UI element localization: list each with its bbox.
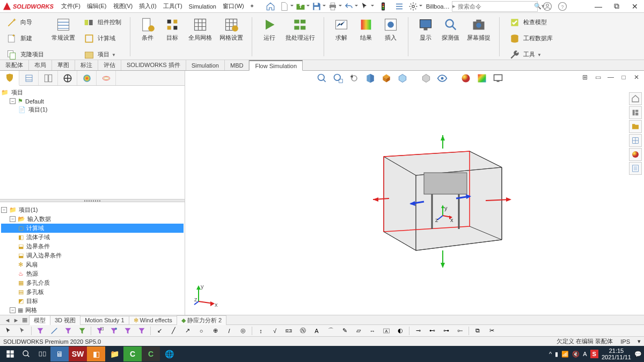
tree-default[interactable]: −⚑Default bbox=[1, 97, 184, 105]
circle-icon[interactable]: ○ bbox=[195, 326, 208, 336]
list-icon[interactable] bbox=[392, 1, 407, 12]
conn-b-icon[interactable]: ⊷ bbox=[426, 326, 438, 336]
panel-splitter[interactable] bbox=[0, 199, 185, 202]
model-tab-motion[interactable]: Motion Study 1 bbox=[80, 316, 129, 324]
new-project-button[interactable]: 新建 bbox=[3, 31, 46, 46]
taskbar-explorer[interactable]: 📁 bbox=[105, 346, 123, 361]
results-button[interactable]: 结果 bbox=[355, 15, 377, 58]
tray-volume-icon[interactable]: 🔇 bbox=[572, 351, 580, 358]
collapse-icon[interactable]: − bbox=[10, 216, 16, 222]
tray-wifi-icon[interactable]: 📶 bbox=[561, 351, 569, 358]
collapse-icon[interactable]: − bbox=[1, 207, 7, 213]
tree-project1-top[interactable]: 📄项目(1) bbox=[1, 105, 184, 114]
zoom-fit-icon[interactable] bbox=[316, 72, 328, 85]
orientation-triad[interactable]: yxz bbox=[193, 280, 220, 307]
tab-evaluate[interactable]: 评估 bbox=[98, 60, 121, 70]
tray-notifications-icon[interactable]: 💬 bbox=[634, 351, 642, 358]
gear-icon[interactable] bbox=[408, 1, 423, 12]
filter-b-icon[interactable] bbox=[135, 326, 148, 336]
probe-button[interactable]: 探测值 bbox=[440, 15, 462, 58]
mesh-settings-button[interactable]: 网格设置 bbox=[217, 15, 245, 58]
filter-v-icon[interactable] bbox=[34, 326, 47, 336]
undo-icon[interactable] bbox=[343, 1, 358, 12]
command-search[interactable]: ▸ 🔍 ▾ bbox=[452, 1, 538, 12]
conn-a-icon[interactable]: ⊸ bbox=[412, 326, 425, 336]
tree-project1[interactable]: −📁项目(1) bbox=[1, 205, 184, 215]
batch-run-button[interactable]: 批处理运行 bbox=[283, 15, 317, 58]
text-a-icon[interactable]: A bbox=[310, 326, 323, 336]
conn-c-icon[interactable]: ⊶ bbox=[440, 326, 452, 336]
traffic-light-icon[interactable] bbox=[376, 1, 391, 12]
text-box-icon[interactable]: A bbox=[380, 326, 393, 336]
collapse-icon[interactable]: − bbox=[10, 98, 16, 104]
compute-domain-button[interactable]: 计算域 bbox=[80, 31, 123, 46]
tree-heat-sources[interactable]: ♨热源 bbox=[1, 269, 184, 278]
tree-fans[interactable]: ✻风扇 bbox=[1, 260, 184, 269]
close-button[interactable]: ✕ bbox=[628, 1, 642, 12]
global-mesh-button[interactable]: 全局网格 bbox=[186, 15, 214, 58]
filter-g-icon[interactable] bbox=[76, 326, 89, 336]
search-taskbar-icon[interactable] bbox=[18, 346, 34, 361]
tree-import-bc[interactable]: ⬓调入边界条件 bbox=[1, 251, 184, 260]
taskbar-solidworks[interactable]: SW bbox=[69, 346, 87, 361]
tree-boundary-conditions[interactable]: ⬓边界条件 bbox=[1, 242, 184, 251]
user-icon[interactable] bbox=[540, 1, 555, 12]
section-view-icon[interactable] bbox=[364, 72, 377, 85]
panel-tab-display[interactable] bbox=[58, 71, 77, 85]
tree-global-mesh[interactable]: ▦全局网格 bbox=[1, 315, 184, 315]
hide-show-icon[interactable] bbox=[420, 72, 433, 85]
status-dropdown-icon[interactable]: ▾ bbox=[638, 338, 641, 345]
filter-point-icon[interactable] bbox=[107, 326, 120, 336]
tab-mbd[interactable]: MBD bbox=[225, 60, 249, 70]
taskbar-app3[interactable]: ◧ bbox=[87, 346, 105, 361]
menu-tools[interactable]: 工具(T) bbox=[160, 1, 186, 12]
tray-input-icon[interactable]: S bbox=[590, 350, 598, 358]
tray-chevron-icon[interactable]: ^ bbox=[549, 351, 552, 357]
graphics-viewport[interactable]: ⊞ ▭ — □ ✕ bbox=[185, 71, 644, 315]
menu-insert[interactable]: 插入(I) bbox=[136, 1, 159, 12]
screen-capture-button[interactable]: 屏幕捕捉 bbox=[465, 15, 493, 58]
print-icon[interactable] bbox=[327, 1, 342, 12]
select-tool2-icon[interactable] bbox=[16, 326, 29, 336]
menu-window[interactable]: 窗口(W) bbox=[219, 1, 247, 12]
tab-layout[interactable]: 布局 bbox=[29, 60, 52, 70]
view-orientation-icon[interactable] bbox=[380, 72, 393, 85]
task-file-icon[interactable] bbox=[629, 120, 642, 133]
viewport-tile-icon[interactable]: ⊞ bbox=[580, 72, 590, 83]
filter-a-icon[interactable] bbox=[121, 326, 134, 336]
tree-input-data[interactable]: −📂输入数据 bbox=[1, 215, 184, 224]
model-tab-model[interactable]: 模型 bbox=[29, 315, 50, 325]
run-button[interactable]: 运行 bbox=[259, 15, 280, 58]
minimize-button[interactable]: — bbox=[591, 1, 605, 12]
clip-icon[interactable]: ✂ bbox=[485, 326, 498, 336]
collapse-icon[interactable]: − bbox=[10, 307, 16, 313]
sphere2-icon[interactable]: ◐ bbox=[394, 326, 407, 336]
start-button[interactable] bbox=[2, 346, 18, 361]
arc-icon[interactable]: ⌒ bbox=[324, 326, 337, 336]
task-home-icon[interactable] bbox=[629, 92, 642, 105]
viewport-close-icon[interactable]: ✕ bbox=[631, 72, 642, 83]
filter-mesh-icon[interactable] bbox=[93, 326, 106, 336]
help-icon[interactable]: ? bbox=[555, 1, 570, 12]
menu-file[interactable]: 文件(F) bbox=[58, 1, 84, 12]
line2-icon[interactable]: ╱ bbox=[167, 326, 180, 336]
display-style-icon[interactable] bbox=[396, 72, 409, 85]
menu-view[interactable]: 视图(V) bbox=[110, 1, 136, 12]
check-model-button[interactable]: 检查模型 bbox=[506, 15, 555, 30]
search-input[interactable] bbox=[456, 3, 534, 10]
tray-battery-icon[interactable]: ▮ bbox=[555, 351, 558, 358]
circle-n-icon[interactable]: Ⓝ bbox=[296, 326, 309, 336]
target-icon[interactable]: ◎ bbox=[237, 326, 250, 336]
filter-p-icon[interactable] bbox=[62, 326, 75, 336]
viewport-max-icon[interactable]: □ bbox=[618, 72, 629, 83]
insert-button[interactable]: 插入 bbox=[380, 15, 401, 58]
conditions-button[interactable]: 条件 bbox=[137, 15, 158, 58]
wizard-button[interactable]: 向导 bbox=[3, 15, 46, 30]
render-settings-icon[interactable] bbox=[492, 72, 504, 85]
goals-button[interactable]: 目标 bbox=[162, 15, 183, 58]
edit-appearance-icon[interactable] bbox=[436, 72, 449, 85]
tab-addins[interactable]: SOLIDWORKS 插件 bbox=[121, 60, 186, 70]
task-appearance-icon[interactable] bbox=[629, 148, 642, 161]
save-icon[interactable] bbox=[311, 1, 326, 12]
panel-tab-config[interactable] bbox=[19, 71, 39, 85]
